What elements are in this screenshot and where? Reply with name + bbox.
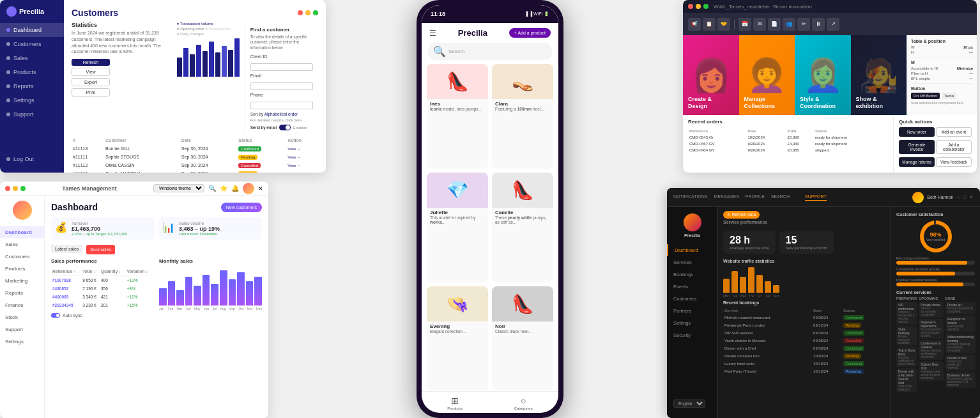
generate-invoice-button[interactable]: Generate invoice <box>899 140 935 154</box>
minimize-icon[interactable]: − <box>956 194 960 200</box>
tames-nav-marketing[interactable]: Marketing <box>0 275 44 287</box>
off-option[interactable]: Turbo <box>942 93 956 99</box>
crm-nav-dashboard[interactable]: Dashboard <box>667 244 717 256</box>
add-product-button[interactable]: + Add a product <box>509 28 551 38</box>
product-card-ines[interactable]: 👠 Ines Iconic model, Ines pumps... <box>427 64 488 169</box>
tames-nav-settings[interactable]: Settings <box>0 336 44 348</box>
print-button[interactable]: Print <box>72 88 110 97</box>
new-customers-button[interactable]: New customers <box>221 203 262 212</box>
phone-input[interactable] <box>250 102 313 109</box>
sidebar-item-settings[interactable]: Settings <box>0 93 64 107</box>
tool-templates[interactable]: 📋 <box>703 18 716 31</box>
tames-nav-reports[interactable]: Reports <box>0 287 44 299</box>
add-event-button[interactable]: Add an event <box>936 127 972 137</box>
tool-display[interactable]: 🖥 <box>812 18 825 31</box>
nav-products[interactable]: ⊞ Products <box>447 396 463 410</box>
tab-search[interactable]: SEARCH <box>771 194 790 201</box>
crm-nav-security[interactable]: Security <box>667 329 717 341</box>
menu-icon[interactable]: ☰ <box>429 29 436 38</box>
close-btn[interactable] <box>5 186 10 191</box>
panel-section-2: M <box>911 60 973 65</box>
tool-booking[interactable]: 📅 <box>739 18 751 31</box>
tool-partners[interactable]: 🤝 <box>717 18 730 31</box>
tool-collaborators[interactable]: 👥 <box>783 18 795 31</box>
sidebar-item-logout[interactable]: Log Out <box>0 152 64 166</box>
close-btn[interactable] <box>688 4 693 9</box>
tool-multipage[interactable]: 📄 <box>768 18 781 31</box>
product-card-5[interactable]: 👒 Evening Elegant collection... <box>427 286 488 391</box>
sidebar-item-dashboard[interactable]: Dashboard <box>0 23 64 37</box>
tab-support[interactable]: SUPPORT <box>805 194 827 201</box>
crm-nav-settings[interactable]: Settings <box>667 317 717 329</box>
tab-profile[interactable]: PROFILE <box>746 194 765 201</box>
minimize-btn[interactable] <box>305 10 310 15</box>
view-feedback-button[interactable]: View feedback <box>936 157 972 167</box>
product-card-juliette[interactable]: 💎 Juliette This model is inspired by wor… <box>427 173 488 282</box>
export-button[interactable]: Export <box>72 78 110 86</box>
crm-nav-events[interactable]: Events <box>667 281 717 293</box>
client-id-input[interactable] <box>250 63 313 71</box>
sidebar-item-products[interactable]: Products <box>0 65 64 79</box>
crm-nav-customers[interactable]: Customers <box>667 293 717 305</box>
maximize-btn[interactable] <box>703 4 708 9</box>
minimize-btn[interactable] <box>13 186 18 191</box>
tames-nav-customers[interactable]: Customers <box>0 251 44 263</box>
minimize-btn[interactable] <box>696 4 701 9</box>
auto-sync-toggle[interactable] <box>51 313 60 318</box>
view-button[interactable]: View <box>72 68 110 76</box>
maximize-btn[interactable] <box>20 186 26 191</box>
tames-nav-dashboard[interactable]: Dashboard <box>0 226 44 238</box>
refresh-data-button[interactable]: ↻ Refresh data <box>723 211 760 219</box>
anomalies-button[interactable]: Anomalies <box>86 245 115 254</box>
tames-nav-support[interactable]: Support <box>0 323 44 336</box>
nav-categories[interactable]: ○ Categories <box>514 396 533 410</box>
close-icon[interactable]: ✕ <box>969 194 974 200</box>
tames-nav-finance[interactable]: Finance <box>0 299 44 311</box>
bell-icon[interactable]: 🔔 <box>231 185 239 192</box>
refresh-button[interactable]: Refresh <box>72 59 110 66</box>
email-input[interactable] <box>250 82 313 90</box>
tames-nav-products[interactable]: Products <box>0 263 44 275</box>
close-icon[interactable]: ✕ <box>258 185 263 192</box>
product-card-6[interactable]: 👠 Noir Classic black heel... <box>492 286 553 391</box>
search-input[interactable]: Search <box>448 49 464 54</box>
close-btn[interactable] <box>298 10 303 15</box>
tool-campaigns[interactable]: 📢 <box>688 18 701 31</box>
maximize-btn[interactable] <box>313 10 318 15</box>
sidebar-item-sales[interactable]: Sales <box>0 51 64 65</box>
tool-share[interactable]: ↗ <box>827 18 839 31</box>
send-email-toggle[interactable] <box>279 125 291 130</box>
add-collaborator-button[interactable]: Add a collaborator <box>936 140 972 154</box>
design-card-create[interactable]: 👩 Create &Design <box>683 35 739 115</box>
language-select[interactable]: English <box>673 399 705 408</box>
maximize-icon[interactable]: □ <box>963 194 966 200</box>
on-option[interactable]: On Off Button <box>911 93 940 99</box>
star-icon[interactable]: ⭐ <box>220 185 227 192</box>
recent-orders-title: Recent orders <box>688 119 888 125</box>
tab-notifications[interactable]: NOTIFICATIONS <box>673 194 708 201</box>
crm-nav-bookings[interactable]: Bookings <box>667 268 717 281</box>
design-card-style[interactable]: 👩‍🦰 Style &Coordination <box>795 35 851 115</box>
design-card-show[interactable]: 🧑‍🎤 Show &exhibition <box>851 35 907 115</box>
product-card-camille[interactable]: 👠 Camille These pearly white pumps, as s… <box>492 173 553 282</box>
crm-nav-partners[interactable]: Partners <box>667 305 717 317</box>
manage-returns-button[interactable]: Manage returns <box>899 157 935 167</box>
search-bar[interactable]: 🔍 Search <box>428 43 552 60</box>
crm-nav-services[interactable]: Services <box>667 256 717 268</box>
sidebar-item-reports[interactable]: Reports <box>0 79 64 93</box>
sidebar-item-customers[interactable]: Customers <box>0 37 64 51</box>
product-card-clara[interactable]: 👡 Clara Featuring a 100mm heel... <box>492 64 553 169</box>
bottom-nav: ⊞ Products ○ Categories <box>422 391 558 413</box>
metric-response-time: 28 h Average response time <box>723 231 776 254</box>
search-icon[interactable]: 🔍 <box>208 185 216 192</box>
tab-messages[interactable]: MESSAGES <box>714 194 739 201</box>
tool-mailing[interactable]: ✉ <box>753 18 766 31</box>
design-card-collections[interactable]: 👩‍🦱 ManageCollections <box>739 35 795 115</box>
tool-create[interactable]: ✏ <box>797 18 810 31</box>
new-order-button[interactable]: New order <box>899 127 935 137</box>
tames-nav-sales[interactable]: Sales <box>0 238 44 251</box>
latest-sales-button[interactable]: Latest sales <box>51 245 82 253</box>
tames-nav-stock[interactable]: Stock <box>0 311 44 323</box>
sidebar-item-support[interactable]: Support <box>0 107 64 121</box>
theme-select[interactable]: Windows theme <box>153 184 204 192</box>
